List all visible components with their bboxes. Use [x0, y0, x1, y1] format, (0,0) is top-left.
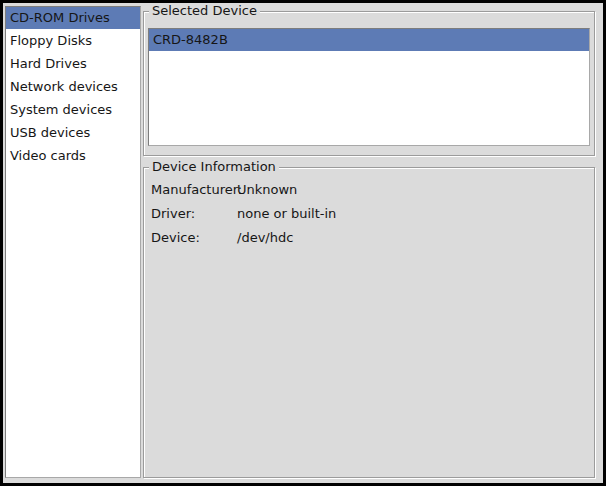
device-information-frame-title: Device Information — [149, 159, 279, 175]
info-row-device: Device: /dev/hdc — [151, 226, 590, 250]
selected-device-list: CRD-8482B — [148, 28, 590, 146]
device-information-rows: Manufacturer: Unknown Driver: none or bu… — [151, 178, 590, 250]
selected-device-frame-title: Selected Device — [149, 3, 260, 19]
sidebar-item-hard-drives[interactable]: Hard Drives — [6, 52, 140, 75]
sidebar-item-usb-devices[interactable]: USB devices — [6, 121, 140, 144]
driver-label: Driver: — [151, 202, 237, 226]
device-information-frame: Device Information Manufacturer: Unknown… — [143, 167, 595, 478]
manufacturer-label: Manufacturer: — [151, 178, 237, 202]
info-row-manufacturer: Manufacturer: Unknown — [151, 178, 590, 202]
device-value: /dev/hdc — [237, 226, 293, 250]
device-list-item-crd-8482b[interactable]: CRD-8482B — [149, 29, 589, 51]
sidebar-item-video-cards[interactable]: Video cards — [6, 144, 140, 167]
driver-value: none or built-in — [237, 202, 336, 226]
device-label: Device: — [151, 226, 237, 250]
sidebar-item-cdrom-drives[interactable]: CD-ROM Drives — [6, 7, 140, 29]
device-category-list: CD-ROM Drives Floppy Disks Hard Drives N… — [5, 6, 141, 478]
sidebar-item-system-devices[interactable]: System devices — [6, 98, 140, 121]
info-row-driver: Driver: none or built-in — [151, 202, 590, 226]
sidebar-item-floppy-disks[interactable]: Floppy Disks — [6, 29, 140, 52]
manufacturer-value: Unknown — [237, 178, 297, 202]
selected-device-frame: Selected Device CRD-8482B — [143, 11, 595, 156]
sidebar-item-network-devices[interactable]: Network devices — [6, 75, 140, 98]
hardware-browser-window: CD-ROM Drives Floppy Disks Hard Drives N… — [0, 0, 606, 486]
